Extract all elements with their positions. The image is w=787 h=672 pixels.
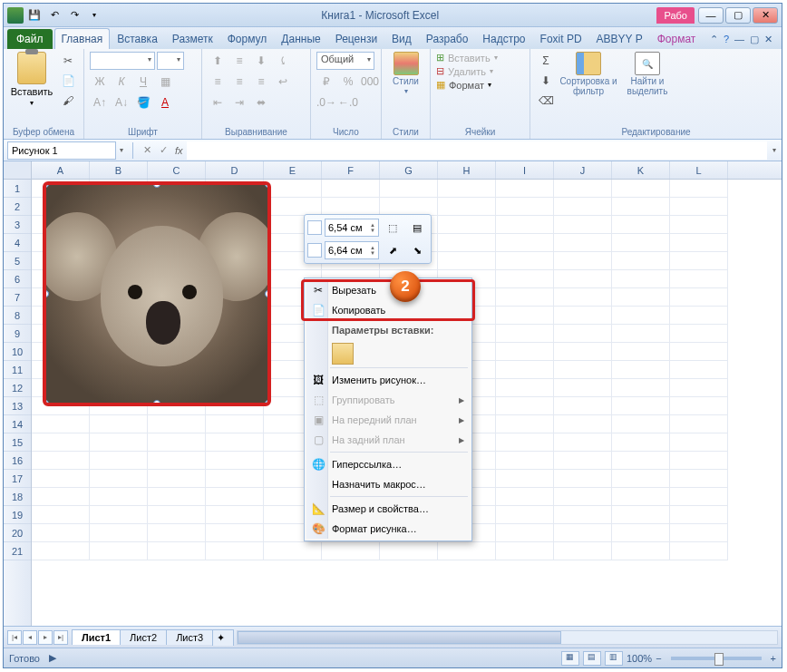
cell[interactable] — [554, 270, 612, 288]
cell[interactable] — [554, 234, 612, 252]
cell[interactable] — [32, 415, 90, 433]
worksheet-grid[interactable]: 123456789101112131415161718192021 ABCDEF… — [4, 161, 782, 626]
excel-icon[interactable] — [7, 7, 24, 24]
cell[interactable] — [380, 180, 438, 198]
delete-cells-button[interactable]: Удалить — [448, 66, 486, 77]
cell[interactable] — [670, 452, 728, 470]
select-all-corner[interactable] — [4, 161, 31, 180]
minimize-ribbon-button[interactable]: ⌃ — [710, 34, 718, 45]
row-header[interactable]: 19 — [4, 506, 31, 524]
cut-button[interactable]: ✂ — [58, 52, 78, 70]
cell[interactable] — [148, 433, 206, 452]
row-header[interactable]: 18 — [4, 488, 31, 506]
cell[interactable] — [612, 397, 670, 415]
tab-review[interactable]: Рецензи — [328, 28, 384, 49]
cell[interactable] — [612, 524, 670, 542]
number-format-combo[interactable]: Общий — [316, 52, 374, 70]
column-header[interactable]: C — [148, 161, 206, 179]
cell[interactable] — [554, 452, 612, 470]
decrease-decimal-button[interactable]: ←.0 — [338, 93, 358, 112]
resize-handle-e[interactable] — [265, 290, 271, 297]
fill-button[interactable]: ⬇ — [536, 72, 556, 90]
selected-picture[interactable]: 1 — [43, 181, 271, 406]
column-header[interactable]: B — [90, 161, 148, 179]
align-bottom-button[interactable]: ⬇ — [251, 52, 271, 70]
increase-indent-button[interactable]: ⇥ — [229, 93, 249, 112]
cell[interactable] — [496, 415, 554, 433]
column-header[interactable]: A — [32, 161, 90, 179]
doc-close-button[interactable]: ✕ — [764, 34, 772, 45]
normal-view-button[interactable]: ▦ — [561, 651, 579, 666]
cell[interactable] — [32, 524, 90, 542]
cell[interactable] — [670, 379, 728, 397]
column-header[interactable]: J — [554, 161, 612, 179]
cell[interactable] — [496, 542, 554, 560]
italic-button[interactable]: К — [112, 73, 131, 91]
cell[interactable] — [32, 452, 90, 470]
cell[interactable] — [554, 216, 612, 234]
cell[interactable] — [670, 288, 728, 307]
cell[interactable] — [322, 198, 380, 216]
row-header[interactable]: 11 — [4, 361, 31, 379]
column-header[interactable]: I — [496, 161, 554, 179]
tab-home[interactable]: Главная — [54, 28, 111, 49]
cell[interactable] — [496, 488, 554, 506]
cell[interactable] — [554, 488, 612, 506]
cell[interactable] — [206, 506, 264, 524]
cell[interactable] — [32, 506, 90, 524]
cell[interactable] — [612, 379, 670, 397]
zoom-slider[interactable] — [671, 657, 762, 660]
cell[interactable] — [612, 415, 670, 433]
help-button[interactable]: ? — [724, 34, 729, 45]
cell[interactable] — [32, 542, 90, 560]
row-header[interactable]: 5 — [4, 252, 31, 270]
increase-font-button[interactable]: A↑ — [90, 93, 110, 112]
cell[interactable] — [670, 415, 728, 433]
cell[interactable] — [206, 415, 264, 433]
cell[interactable] — [438, 216, 496, 234]
cell[interactable] — [438, 234, 496, 252]
cell[interactable] — [264, 542, 322, 560]
send-backward-mini-button[interactable]: ⬊ — [406, 240, 428, 260]
zoom-out-button[interactable]: − — [656, 653, 661, 664]
width-input[interactable]: 6,64 см ▲▼ — [325, 241, 379, 259]
row-header[interactable]: 17 — [4, 470, 31, 488]
sheet-tab-1[interactable]: Лист1 — [72, 629, 121, 645]
tab-layout[interactable]: Разметк — [165, 28, 220, 49]
next-sheet-button[interactable]: ▸ — [38, 630, 53, 645]
ctx-change-picture[interactable]: 🖼 Изменить рисунок… — [306, 370, 470, 390]
cell[interactable] — [612, 270, 670, 288]
column-header[interactable]: H — [438, 161, 496, 179]
cell[interactable] — [612, 452, 670, 470]
cell[interactable] — [90, 542, 148, 560]
cell[interactable] — [670, 433, 728, 452]
cell[interactable] — [612, 470, 670, 488]
cell[interactable] — [206, 542, 264, 560]
align-right-button[interactable]: ≡ — [251, 73, 271, 91]
tab-insert[interactable]: Вставка — [110, 28, 165, 49]
cell[interactable] — [670, 506, 728, 524]
cell[interactable] — [612, 180, 670, 198]
row-header[interactable]: 12 — [4, 379, 31, 397]
cell[interactable] — [670, 198, 728, 216]
cell[interactable] — [670, 488, 728, 506]
expand-formula-bar-button[interactable]: ▾ — [767, 146, 782, 154]
formula-input[interactable] — [187, 141, 767, 160]
tab-addins[interactable]: Надстро — [475, 28, 532, 49]
row-header[interactable]: 1 — [4, 180, 31, 198]
cell[interactable] — [264, 198, 322, 216]
row-header[interactable]: 13 — [4, 397, 31, 415]
ctx-hyperlink[interactable]: 🌐 Гиперссылка… — [306, 454, 470, 474]
cell[interactable] — [612, 252, 670, 270]
row-header[interactable]: 2 — [4, 198, 31, 216]
column-header[interactable]: K — [612, 161, 670, 179]
cell[interactable] — [496, 397, 554, 415]
cell[interactable] — [554, 325, 612, 343]
height-input[interactable]: 6,54 см ▲▼ — [325, 219, 379, 237]
cell[interactable] — [438, 180, 496, 198]
styles-mini-button[interactable]: ▤ — [406, 218, 428, 238]
cell[interactable] — [670, 470, 728, 488]
cell[interactable] — [206, 452, 264, 470]
align-top-button[interactable]: ⬆ — [208, 52, 228, 70]
undo-button[interactable]: ↶ — [45, 6, 63, 24]
